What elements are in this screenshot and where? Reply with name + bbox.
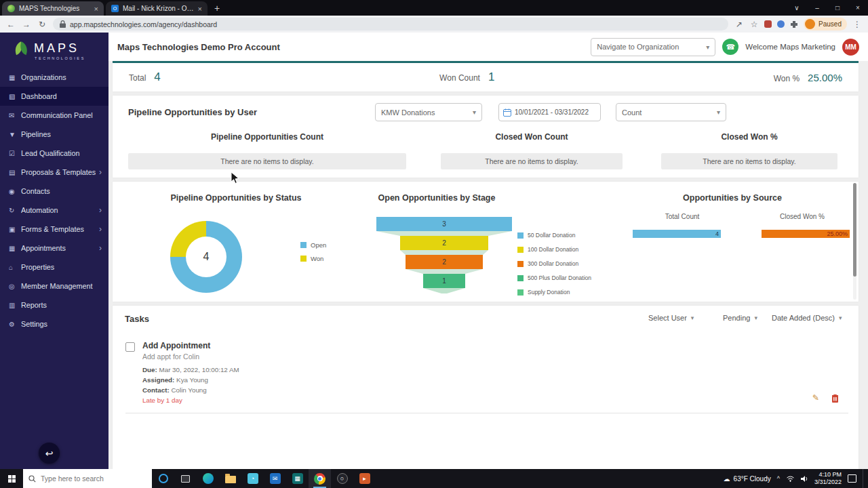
weather-widget[interactable]: ☁ 63°F Cloudy: [724, 475, 771, 483]
new-tab-button[interactable]: +: [214, 3, 220, 14]
bookmark-star-icon[interactable]: ☆: [749, 20, 759, 29]
status-donut-chart[interactable]: 4: [170, 221, 242, 293]
tasks-panel: Tasks Select User▾ Pending▾ Date Added (…: [113, 306, 859, 469]
automation-icon: ↻: [9, 207, 21, 214]
store-icon[interactable]: ▦: [286, 469, 309, 488]
tab-close-icon[interactable]: ×: [94, 5, 98, 13]
stage-funnel-chart[interactable]: 3 2 2 1: [376, 217, 512, 296]
app-header: Maps Technologies Demo Pro Account Navig…: [108, 33, 868, 61]
scrollbar-thumb[interactable]: [853, 183, 856, 277]
sidebar-item-properties[interactable]: ⌂Properties: [0, 258, 108, 277]
edit-task-icon[interactable]: ✎: [812, 393, 819, 403]
user-avatar[interactable]: MM: [842, 39, 859, 56]
column-header: Pipeline Opportunities Count: [128, 132, 406, 142]
task-due: Due: Mar 30, 2022, 10:00:12 AM: [142, 366, 239, 373]
sidebar-item-contacts[interactable]: ◉Contacts: [0, 182, 108, 201]
sidebar-item-pipelines[interactable]: ▼Pipelines: [0, 125, 108, 144]
metric-select[interactable]: Count ▾: [616, 103, 726, 121]
task-checkbox[interactable]: [125, 342, 135, 352]
sidebar-item-proposals-templates[interactable]: ▤Proposals & Templates›: [0, 163, 108, 182]
legend-swatch: [517, 261, 524, 267]
pipeline-select[interactable]: KMW Donations ▾: [375, 103, 482, 121]
legend-item: Supply Donation: [517, 289, 591, 296]
tab-maps[interactable]: MAPS Technologies ×: [2, 1, 104, 16]
chevron-down-icon: ▾: [473, 108, 476, 116]
sidebar-item-communication-panel[interactable]: ✉Communication Panel: [0, 106, 108, 125]
properties-icon: ⌂: [9, 264, 21, 271]
sidebar-item-settings[interactable]: ⚙Settings: [0, 314, 108, 333]
sidebar-item-automation[interactable]: ↻Automation›: [0, 201, 108, 220]
task-sort-filter[interactable]: Date Added (Desc)▾: [772, 314, 842, 322]
delete-task-icon[interactable]: [831, 394, 839, 403]
maximize-button[interactable]: □: [827, 0, 848, 16]
sidebar-item-member-management[interactable]: ◎Member Management: [0, 277, 108, 296]
file-explorer-icon[interactable]: [219, 469, 241, 488]
sidebar-item-reports[interactable]: ▥Reports: [0, 296, 108, 314]
edge-icon[interactable]: [197, 469, 219, 488]
task-status-filter[interactable]: Pending▾: [723, 314, 757, 322]
account-title: Maps Technologies Demo Pro Account: [117, 42, 280, 52]
extension-icon[interactable]: [764, 20, 772, 28]
media-player-icon[interactable]: ▸: [353, 469, 376, 488]
taskbar-clock[interactable]: 4:10 PM 3/31/2022: [814, 471, 842, 487]
taskbar-search[interactable]: [23, 469, 152, 488]
close-button[interactable]: ×: [848, 0, 868, 16]
search-input[interactable]: [41, 474, 142, 483]
tab-outlook[interactable]: O Mail - Nick Krizon - Outlook ×: [106, 1, 208, 16]
task-user-filter[interactable]: Select User▾: [648, 314, 694, 322]
tab-search-icon[interactable]: ∨: [787, 0, 807, 16]
sidebar-item-appointments[interactable]: ▦Appointments›: [0, 239, 108, 258]
search-icon: [28, 475, 36, 483]
tab-close-icon[interactable]: ×: [198, 5, 202, 13]
volume-icon[interactable]: [801, 475, 808, 483]
logo-subtitle: TECHNOLOGIES: [35, 56, 85, 60]
address-bar[interactable]: app.mapstechnologies.com/agency/dashboar…: [53, 18, 728, 30]
stat-total: Total 4: [129, 70, 161, 84]
back-icon[interactable]: ←: [6, 20, 16, 29]
photos-icon[interactable]: ◔: [241, 469, 264, 488]
steam-icon[interactable]: ○: [331, 469, 353, 488]
chevron-right-icon: ›: [99, 205, 102, 215]
action-center-icon[interactable]: [848, 474, 856, 483]
navigate-to-organization-dropdown[interactable]: Navigate to Organization ▾: [591, 38, 715, 56]
task-view-icon[interactable]: [174, 469, 197, 488]
lock-icon: [60, 20, 66, 28]
task-title: Add Appointment: [142, 341, 210, 350]
share-icon[interactable]: ↗: [734, 20, 744, 29]
refresh-icon[interactable]: ↻: [37, 20, 47, 29]
donut-legend: Open Won: [300, 241, 326, 262]
sidebar-item-organizations[interactable]: ▦Organizations: [0, 68, 108, 87]
start-button[interactable]: [0, 469, 23, 488]
toolbar-right: ↗ ☆ Paused ⋮: [734, 18, 862, 30]
organizations-icon: ▦: [9, 74, 21, 81]
date-range-picker[interactable]: 10/01/2021 - 03/31/2022: [498, 103, 601, 121]
stat-won-pct: Won % 25.00%: [774, 72, 842, 83]
browser-menu-kebab-icon[interactable]: ⋮: [852, 20, 862, 29]
welcome-text: Welcome Maps Marketing: [745, 43, 835, 51]
source-bar-closed-won[interactable]: 25.00%: [762, 230, 850, 238]
paused-label: Paused: [818, 20, 842, 28]
sidebar-item-lead-qualification[interactable]: ☑Lead Qualification: [0, 144, 108, 163]
phone-button[interactable]: ☎: [722, 39, 738, 55]
cortana-icon[interactable]: [152, 469, 174, 488]
mail-icon[interactable]: ✉: [264, 469, 286, 488]
minimize-button[interactable]: –: [807, 0, 827, 16]
sidebar-item-forms-templates[interactable]: ▣Forms & Templates›: [0, 220, 108, 239]
extensions-puzzle-icon[interactable]: [790, 20, 798, 28]
maps-logo: MAPS TECHNOLOGIES: [0, 38, 108, 68]
show-desktop-button[interactable]: [863, 469, 865, 488]
back-arrow-icon: ↩: [45, 448, 54, 459]
sidebar-item-dashboard[interactable]: ▧Dashboard: [0, 87, 108, 106]
panel-scrollbar[interactable]: [853, 183, 856, 300]
forward-icon[interactable]: →: [22, 20, 31, 29]
extension-icon[interactable]: [777, 20, 785, 28]
window-controls: ∨ – □ ×: [787, 0, 868, 16]
wifi-icon[interactable]: [786, 475, 795, 482]
chrome-icon[interactable]: [309, 469, 331, 488]
collapse-sidebar-button[interactable]: ↩: [39, 443, 60, 464]
chevron-down-icon: ▾: [754, 314, 757, 321]
hidden-icons-chevron[interactable]: ^: [777, 475, 780, 482]
profile-sync-paused-badge[interactable]: Paused: [804, 18, 847, 30]
sidebar-nav: ▦Organizations ▧Dashboard ✉Communication…: [0, 68, 108, 333]
source-bar-total[interactable]: 4: [633, 230, 721, 238]
